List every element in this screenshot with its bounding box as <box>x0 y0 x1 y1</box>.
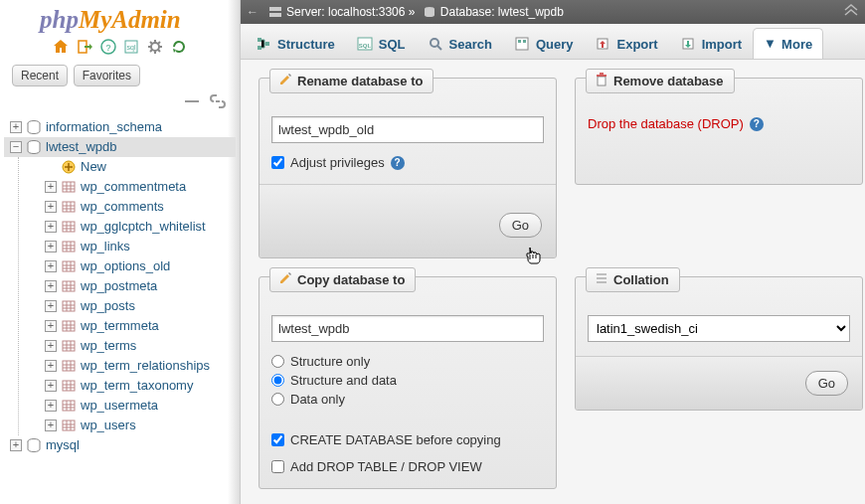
toolbar: ? sql <box>0 36 240 61</box>
tree-item-table[interactable]: +wp_gglcptch_whitelist <box>39 217 236 237</box>
expand-icon[interactable]: + <box>45 340 57 352</box>
drop-database-link[interactable]: Drop the database (DROP) ? <box>588 116 850 131</box>
expand-icon[interactable]: + <box>45 280 57 292</box>
panel-header-copy: Copy database to <box>269 267 416 292</box>
go-button[interactable]: Go <box>805 371 848 396</box>
collapse-up-icon[interactable] <box>843 3 859 21</box>
tree-label: wp_posts <box>81 298 135 313</box>
docs-icon[interactable]: ? <box>100 39 116 55</box>
svg-rect-11 <box>63 202 75 212</box>
rename-input[interactable] <box>271 116 544 143</box>
svg-rect-34 <box>518 40 521 43</box>
tree-item-table[interactable]: +wp_users <box>39 416 236 435</box>
exit-icon[interactable] <box>77 39 92 55</box>
sql-icon[interactable]: sql <box>123 39 139 55</box>
panel-footer: Go <box>576 356 862 410</box>
expand-icon[interactable]: + <box>45 181 57 193</box>
expand-icon[interactable]: + <box>45 320 57 332</box>
tree-item-table[interactable]: +wp_usermeta <box>39 396 236 416</box>
radio-structure-only[interactable] <box>271 355 284 368</box>
expand-icon[interactable]: + <box>45 221 57 233</box>
settings-icon[interactable] <box>147 39 163 55</box>
add-drop-checkbox[interactable] <box>271 460 284 473</box>
collapse-icon[interactable]: − <box>10 141 22 153</box>
expand-icon[interactable]: + <box>45 420 57 431</box>
tree-item-table[interactable]: +wp_links <box>39 237 236 256</box>
svg-text:sql: sql <box>127 44 136 52</box>
tree-item-table[interactable]: +wp_posts <box>39 296 236 316</box>
tab-search[interactable]: Search <box>417 28 503 59</box>
logo[interactable]: phpMyAdmin <box>0 0 240 36</box>
tree-label: wp_comments <box>81 199 164 214</box>
tab-label: More <box>781 37 812 52</box>
expand-icon[interactable]: + <box>10 439 22 451</box>
svg-text:?: ? <box>105 43 110 53</box>
table-icon <box>61 358 77 374</box>
help-icon[interactable]: ? <box>391 156 405 170</box>
links-row <box>0 90 240 117</box>
tab-structure[interactable]: Structure <box>245 28 346 59</box>
tree-label: mysql <box>46 437 80 452</box>
table-icon <box>61 338 77 354</box>
tree-item-table[interactable]: +wp_term_relationships <box>39 356 236 376</box>
radio-structure-data[interactable] <box>271 374 284 387</box>
panel-title: Rename database to <box>297 74 423 88</box>
database-icon <box>423 5 436 19</box>
breadcrumb-server-label: Server: <box>286 5 325 19</box>
expand-icon[interactable]: + <box>10 121 22 133</box>
tab-import[interactable]: Import <box>669 28 753 59</box>
tree-item-new[interactable]: New <box>39 157 236 177</box>
adjust-privileges-checkbox[interactable] <box>271 156 284 169</box>
expand-icon[interactable]: + <box>45 260 57 272</box>
expand-icon[interactable]: + <box>45 241 57 252</box>
breadcrumb-server[interactable]: localhost:3306 <box>328 5 405 19</box>
expand-icon[interactable]: + <box>45 201 57 213</box>
db-tree: + information_schema − lwtest_wpdb New +… <box>0 117 240 455</box>
collapse-all-icon[interactable] <box>184 94 200 108</box>
go-button[interactable]: Go <box>499 213 542 238</box>
panel-remove: Remove database Drop the database (DROP)… <box>575 78 863 185</box>
copy-input[interactable] <box>271 315 544 342</box>
tree-item-table[interactable]: +wp_termmeta <box>39 316 236 336</box>
radio-data-only[interactable] <box>271 393 284 406</box>
server-icon <box>268 5 282 19</box>
import-icon <box>680 36 696 52</box>
tree-label: wp_links <box>81 239 130 253</box>
breadcrumb-db[interactable]: lwtest_wpdb <box>498 5 564 19</box>
tab-label: Query <box>536 37 574 52</box>
tab-favorites[interactable]: Favorites <box>74 65 140 86</box>
tab-more[interactable]: ▼More <box>753 28 823 59</box>
tree-item-information-schema[interactable]: + information_schema <box>4 117 236 137</box>
tab-query[interactable]: Query <box>503 28 585 59</box>
expand-icon[interactable]: + <box>45 400 57 412</box>
expand-icon[interactable]: + <box>45 380 57 392</box>
tab-sql[interactable]: SQLSQL <box>346 28 417 59</box>
reload-icon[interactable] <box>171 39 187 55</box>
table-icon <box>61 199 77 215</box>
collation-select[interactable]: latin1_swedish_ci <box>588 315 850 342</box>
tree-item-mysql[interactable]: + mysql <box>4 435 236 455</box>
tab-export[interactable]: Export <box>584 28 668 59</box>
tree-item-lwtest-wpdb[interactable]: − lwtest_wpdb <box>4 137 236 157</box>
tree-item-table[interactable]: +wp_terms <box>39 336 236 356</box>
expand-icon[interactable]: + <box>45 360 57 372</box>
tree-item-table[interactable]: +wp_comments <box>39 197 236 217</box>
database-icon <box>26 437 42 453</box>
tree-item-table[interactable]: +wp_term_taxonomy <box>39 376 236 396</box>
expand-icon[interactable]: + <box>45 300 57 312</box>
checkbox-label: Add DROP TABLE / DROP VIEW <box>290 459 482 474</box>
tree-item-table[interactable]: +wp_commentmeta <box>39 177 236 197</box>
panel-copy: Copy database to Structure only Structur… <box>259 276 557 489</box>
tree-item-table[interactable]: +wp_postmeta <box>39 276 236 296</box>
create-db-checkbox[interactable] <box>271 433 284 446</box>
home-icon[interactable] <box>53 39 69 55</box>
structure-icon <box>256 36 271 52</box>
tree-item-table[interactable]: +wp_options_old <box>39 256 236 276</box>
link-icon[interactable] <box>210 94 226 108</box>
svg-rect-35 <box>523 40 526 43</box>
table-icon <box>61 239 77 254</box>
tab-recent[interactable]: Recent <box>12 65 68 86</box>
panel-title: Remove database <box>613 74 724 88</box>
help-icon[interactable]: ? <box>750 117 764 131</box>
nav-left-icon[interactable]: ← <box>247 5 259 19</box>
